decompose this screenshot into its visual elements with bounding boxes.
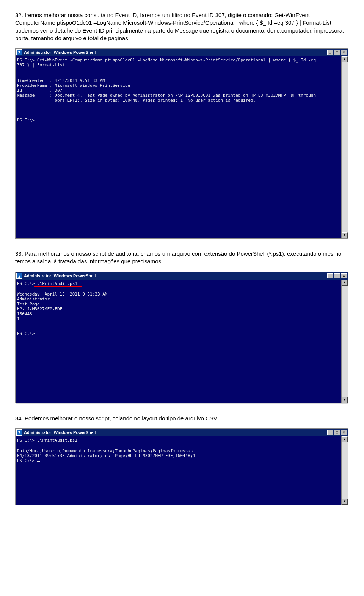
out-message-2: port LPT1:. Size in bytes: 160448. Pages… xyxy=(17,98,256,103)
prompt: PS E:\> xyxy=(17,118,37,123)
out-id: Id : 307 xyxy=(17,88,62,93)
prompt: PS C:\> xyxy=(17,458,37,463)
minimize-button[interactable]: _ xyxy=(327,430,333,435)
out-printer: HP-LJ-M3027MFP-FDF xyxy=(17,307,62,311)
powershell-icon: ∑ xyxy=(16,429,22,436)
close-button[interactable]: × xyxy=(341,50,347,55)
highlight-underline xyxy=(34,443,82,443)
paragraph-34: 34. Podemos melhorar o nosso script, col… xyxy=(15,415,349,422)
out-message-1: Message : Document 4, Test Page owned by… xyxy=(17,93,316,98)
scroll-down-button[interactable]: ▼ xyxy=(342,232,348,238)
window-control-buttons: _ □ × xyxy=(327,50,347,55)
cmd-line: PS C:\> .\PrintAudit.ps1 xyxy=(17,438,77,443)
scroll-track[interactable] xyxy=(342,442,348,499)
console-body-wrap: PS E:\> Get-WinEvent -ComputerName ptisp… xyxy=(16,56,348,238)
close-button[interactable]: × xyxy=(341,430,347,435)
close-button[interactable]: × xyxy=(341,273,347,278)
highlight-underline xyxy=(34,286,82,287)
scroll-track[interactable] xyxy=(342,286,348,397)
title-bar: ∑ Administrator: Windows PowerShell _ □ … xyxy=(16,49,348,56)
console-body-wrap: PS C:\> .\PrintAudit.ps1 Wednesday, Apri… xyxy=(16,280,348,403)
scroll-down-button[interactable]: ▼ xyxy=(342,397,348,403)
vertical-scrollbar[interactable]: ▲ ▼ xyxy=(341,436,348,505)
window-title: Administrator: Windows PowerShell xyxy=(24,50,327,55)
paragraph-32: 32. Iremos melhorar nossa consulta no Ev… xyxy=(15,11,349,42)
cursor xyxy=(37,121,40,121)
cmd-line-1: PS E:\> Get-WinEvent -ComputerName ptisp… xyxy=(17,58,316,63)
cmd-line: PS C:\> .\PrintAudit.ps1 xyxy=(17,281,77,286)
cmd-line-2: 307 } | Format-List xyxy=(17,63,65,68)
title-bar: ∑ Administrator: Windows PowerShell _ □ … xyxy=(16,272,348,280)
powershell-window-2: ∑ Administrator: Windows PowerShell _ □ … xyxy=(15,272,348,403)
out-timecreated: TimeCreated : 4/13/2011 9:51:33 AM xyxy=(17,78,105,83)
out-row: 04/13/2011 09:51:33;Administrator;Test P… xyxy=(17,453,195,458)
out-user: Administrator xyxy=(17,297,50,302)
window-control-buttons: _ □ × xyxy=(327,273,347,278)
out-providername: ProviderName : Microsoft-Windows-PrintSe… xyxy=(17,83,130,88)
scroll-down-button[interactable]: ▼ xyxy=(342,499,348,505)
powershell-window-1: ∑ Administrator: Windows PowerShell _ □ … xyxy=(15,48,348,239)
scroll-track[interactable] xyxy=(342,62,348,232)
console-output[interactable]: PS C:\> .\PrintAudit.ps1 Wednesday, Apri… xyxy=(16,280,341,403)
powershell-window-3: ∑ Administrator: Windows PowerShell _ □ … xyxy=(15,428,348,505)
minimize-button[interactable]: _ xyxy=(327,273,333,278)
maximize-button[interactable]: □ xyxy=(334,430,340,435)
scroll-up-button[interactable]: ▲ xyxy=(342,56,348,62)
out-header: Data/Hora;Usuario;Documento;Impressora;T… xyxy=(17,448,193,453)
scroll-up-button[interactable]: ▲ xyxy=(342,436,348,442)
console-output[interactable]: PS E:\> Get-WinEvent -ComputerName ptisp… xyxy=(16,56,341,238)
prompt: PS C:\> xyxy=(17,331,35,336)
out-size: 160448 xyxy=(17,311,32,316)
out-pages: 1 xyxy=(17,316,20,321)
cursor xyxy=(37,461,40,462)
window-title: Administrator: Windows PowerShell xyxy=(24,274,327,278)
powershell-icon: ∑ xyxy=(16,49,22,55)
window-control-buttons: _ □ × xyxy=(327,430,347,435)
powershell-icon: ∑ xyxy=(16,273,22,279)
paragraph-33: 33. Para melhoramos o nosso script de au… xyxy=(15,250,349,266)
window-title: Administrator: Windows PowerShell xyxy=(24,430,327,435)
out-date: Wednesday, April 13, 2011 9:51:33 AM xyxy=(17,292,107,297)
maximize-button[interactable]: □ xyxy=(334,50,340,55)
scroll-up-button[interactable]: ▲ xyxy=(342,280,348,286)
vertical-scrollbar[interactable]: ▲ ▼ xyxy=(341,56,348,238)
minimize-button[interactable]: _ xyxy=(327,50,333,55)
highlight-underline xyxy=(17,68,341,68)
out-doc: Test Page xyxy=(17,302,40,307)
console-output[interactable]: PS C:\> .\PrintAudit.ps1 Data/Hora;Usuar… xyxy=(16,436,341,505)
title-bar: ∑ Administrator: Windows PowerShell _ □ … xyxy=(16,429,348,436)
vertical-scrollbar[interactable]: ▲ ▼ xyxy=(341,280,348,403)
maximize-button[interactable]: □ xyxy=(334,273,340,278)
console-body-wrap: PS C:\> .\PrintAudit.ps1 Data/Hora;Usuar… xyxy=(16,436,348,505)
